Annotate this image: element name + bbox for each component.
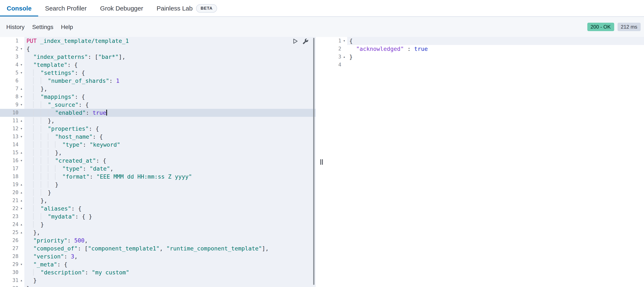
request-options-button[interactable]: [302, 38, 308, 45]
request-actions: [292, 38, 308, 45]
fold-close-icon[interactable]: ▴: [18, 229, 24, 236]
request-line-13[interactable]: 13▾ "host_name": {: [0, 133, 316, 141]
tab-painless-lab[interactable]: Painless Lab BETA: [150, 0, 224, 16]
fold-close-icon[interactable]: ▴: [18, 197, 24, 205]
fold-close-icon[interactable]: ▴: [18, 189, 24, 197]
line-number-gutter: 22▾: [0, 205, 24, 213]
request-line-8[interactable]: 8▾ "mappings": {: [0, 93, 316, 101]
fold-open-icon[interactable]: ▾: [18, 93, 24, 101]
tab-grok-debugger[interactable]: Grok Debugger: [94, 0, 150, 16]
fold-close-icon[interactable]: ▴: [18, 181, 24, 189]
line-number-gutter: 24▴: [0, 221, 24, 229]
line-number-gutter: 28: [0, 252, 24, 260]
dev-tools-tab-bar: Console Search Profiler Grok Debugger Pa…: [0, 0, 644, 17]
fold-open-icon[interactable]: ▾: [18, 101, 24, 109]
response-line-4[interactable]: 4: [327, 61, 644, 69]
request-line-29[interactable]: 29▾ "_meta": {: [0, 260, 316, 268]
request-line-25[interactable]: 25▴ },: [0, 229, 316, 236]
fold-open-icon[interactable]: ▾: [18, 205, 24, 213]
response-editor[interactable]: 1▾{2 "acknowledged" : true3▴}4: [327, 37, 644, 287]
response-line-1[interactable]: 1▾{: [327, 37, 644, 45]
line-number-gutter: 4▾: [0, 61, 24, 69]
beta-badge: BETA: [196, 4, 217, 13]
response-line-2[interactable]: 2 "acknowledged" : true: [327, 45, 644, 53]
settings-menu[interactable]: Settings: [28, 21, 57, 33]
fold-open-icon[interactable]: ▾: [18, 157, 24, 165]
line-number-gutter: 5▾: [0, 69, 24, 77]
request-line-26[interactable]: 26 "priority": 500,: [0, 236, 316, 244]
fold-open-icon[interactable]: ▾: [18, 69, 24, 77]
request-line-22[interactable]: 22▾ "aliases": {: [0, 205, 316, 213]
request-line-14[interactable]: 14 "type": "keyword": [0, 141, 316, 149]
request-line-17[interactable]: 17 "type": "date",: [0, 165, 316, 173]
request-line-5[interactable]: 5▾ "settings": {: [0, 69, 316, 77]
scrollbar-thumb[interactable]: [313, 38, 314, 285]
fold-open-icon[interactable]: ▾: [18, 133, 24, 141]
request-line-11[interactable]: 11▴ },: [0, 117, 316, 125]
line-number-gutter: 23: [0, 213, 24, 221]
fold-open-icon[interactable]: ▾: [18, 260, 24, 268]
fold-close-icon[interactable]: ▴: [341, 53, 347, 61]
response-line-3[interactable]: 3▴}: [327, 53, 644, 61]
line-number-gutter: 31▴: [0, 276, 24, 284]
request-line-23[interactable]: 23 "mydata": { }: [0, 213, 316, 221]
request-line-24[interactable]: 24▴ }: [0, 221, 316, 229]
line-number-gutter: 4: [327, 61, 347, 69]
request-line-10[interactable]: 10 "enabled": true: [0, 109, 316, 117]
request-line-9[interactable]: 9▾ "_source": {: [0, 101, 316, 109]
response-status-area: 200 - OK 212 ms: [587, 23, 641, 31]
line-number-gutter: 32: [0, 284, 24, 287]
tab-console[interactable]: Console: [0, 0, 38, 16]
request-line-16[interactable]: 16▾ "created_at": {: [0, 157, 316, 165]
kibana-dev-tools-console: Console Search Profiler Grok Debugger Pa…: [0, 0, 644, 287]
request-line-1[interactable]: 1PUT _index_template/template_1: [0, 37, 316, 45]
fold-open-icon[interactable]: ▾: [18, 45, 24, 53]
response-code: 1▾{2 "acknowledged" : true3▴}4: [327, 37, 644, 69]
console-split-view: 1PUT _index_template/template_12▾{3 "ind…: [0, 37, 644, 287]
request-line-12[interactable]: 12▾ "properties": {: [0, 125, 316, 133]
console-toolbar: History Settings Help 200 - OK 212 ms: [0, 17, 644, 37]
fold-open-icon[interactable]: ▾: [18, 125, 24, 133]
request-line-4[interactable]: 4▾ "template": {: [0, 61, 316, 69]
history-menu[interactable]: History: [2, 21, 28, 33]
request-line-7[interactable]: 7▴ },: [0, 85, 316, 93]
request-line-6[interactable]: 6 "number_of_shards": 1: [0, 77, 316, 85]
line-number-gutter: 6: [0, 77, 24, 85]
request-line-30[interactable]: 30 "description": "my custom": [0, 268, 316, 276]
wrench-icon: [302, 38, 308, 44]
fold-close-icon[interactable]: ▴: [18, 149, 24, 157]
fold-open-icon[interactable]: ▾: [18, 61, 24, 69]
fold-close-icon[interactable]: ▴: [18, 85, 24, 93]
fold-close-icon[interactable]: ▴: [18, 117, 24, 125]
pane-resizer[interactable]: [316, 37, 327, 287]
line-number-gutter: 3▴: [327, 53, 347, 61]
tab-search-profiler-label: Search Profiler: [45, 5, 86, 12]
fold-close-icon[interactable]: ▴: [18, 276, 24, 284]
request-line-28[interactable]: 28 "version": 3,: [0, 252, 316, 260]
line-number-gutter: 2: [327, 45, 347, 53]
help-menu[interactable]: Help: [57, 21, 77, 33]
line-number-gutter: 20▴: [0, 189, 24, 197]
request-editor[interactable]: 1PUT _index_template/template_12▾{3 "ind…: [0, 37, 316, 287]
request-line-32[interactable]: 32}: [0, 284, 316, 287]
line-number-gutter: 27: [0, 244, 24, 252]
request-line-15[interactable]: 15▴ },: [0, 149, 316, 157]
request-line-2[interactable]: 2▾{: [0, 45, 316, 53]
line-number-gutter: 9▾: [0, 101, 24, 109]
fold-open-icon[interactable]: ▾: [341, 37, 347, 45]
send-request-button[interactable]: [292, 38, 298, 45]
request-line-19[interactable]: 19▴ }: [0, 181, 316, 189]
fold-close-icon[interactable]: ▴: [18, 221, 24, 229]
request-line-31[interactable]: 31▴ }: [0, 276, 316, 284]
request-line-21[interactable]: 21▴ },: [0, 197, 316, 205]
request-line-3[interactable]: 3 "index_patterns": ["bar*"],: [0, 53, 316, 61]
request-line-20[interactable]: 20▴ }: [0, 189, 316, 197]
line-number-gutter: 19▴: [0, 181, 24, 189]
line-number-gutter: 1: [0, 37, 24, 45]
line-number-gutter: 30: [0, 268, 24, 276]
tab-grok-debugger-label: Grok Debugger: [100, 5, 143, 12]
request-line-18[interactable]: 18 "format": "EEE MMM dd HH:mm:ss Z yyyy…: [0, 173, 316, 181]
line-number-gutter: 26: [0, 236, 24, 244]
tab-search-profiler[interactable]: Search Profiler: [38, 0, 93, 16]
request-line-27[interactable]: 27 "composed_of": ["component_template1"…: [0, 244, 316, 252]
